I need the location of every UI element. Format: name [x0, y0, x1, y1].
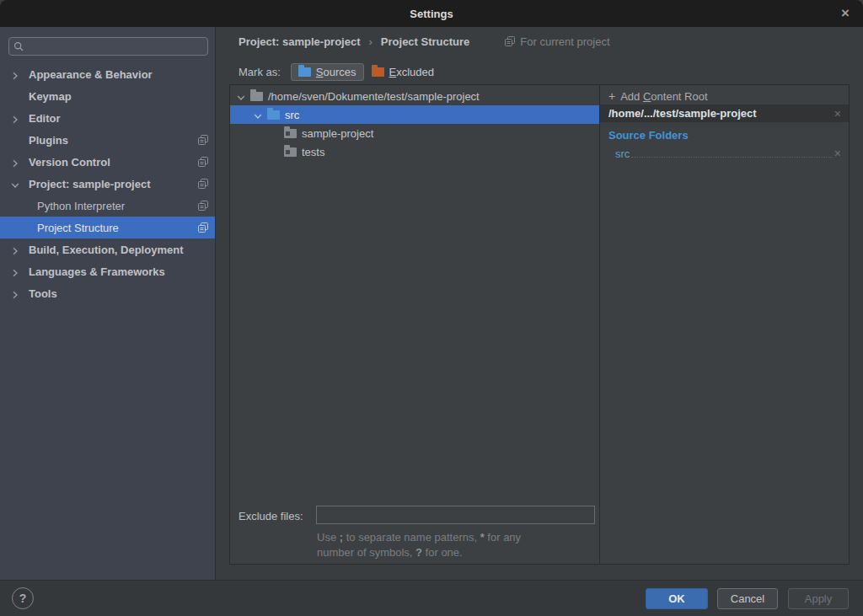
- remove-content-root-icon[interactable]: ×: [834, 107, 841, 121]
- folder-icon: [250, 92, 263, 101]
- settings-sidebar: Appearance & Behavior Keymap Editor Plug…: [0, 27, 216, 580]
- excluded-label: xcluded: [396, 66, 434, 78]
- settings-badge-icon: [198, 135, 208, 145]
- cancel-button[interactable]: Cancel: [717, 588, 778, 609]
- search-box[interactable]: [8, 37, 208, 56]
- tree-label: src: [285, 109, 299, 121]
- settings-dialog: Settings × Appearance & Behavior Keymap …: [0, 0, 863, 616]
- tree-row-tests[interactable]: tests: [230, 142, 599, 161]
- mark-as-label: Mark as:: [239, 66, 281, 78]
- tree-label: sample-project: [302, 127, 373, 140]
- titlebar: Settings ×: [0, 0, 863, 27]
- sidebar-item-label: Appearance & Behavior: [29, 68, 153, 81]
- folder-icon: [284, 129, 297, 138]
- exclude-files-label: Exclude files:: [239, 510, 303, 522]
- sidebar-item-label: Project: sample-project: [29, 178, 151, 190]
- excluded-folder-icon: [372, 67, 384, 77]
- add-root-mnemonic: C: [643, 90, 651, 103]
- sidebar-item-label: Python Interpreter: [37, 200, 125, 212]
- sidebar-item-appearance-behavior[interactable]: Appearance & Behavior: [0, 63, 215, 85]
- plus-icon: +: [608, 89, 615, 103]
- sidebar-item-label: Tools: [29, 287, 57, 300]
- sidebar-item-build-execution-deployment[interactable]: Build, Execution, Deployment: [0, 238, 215, 260]
- tree-row-sample-project[interactable]: sample-project: [230, 124, 599, 142]
- sidebar-item-python-interpreter[interactable]: Python Interpreter: [0, 195, 215, 217]
- hint-text: for one.: [422, 546, 463, 559]
- sidebar-item-label: Build, Execution, Deployment: [29, 244, 183, 256]
- sources-label: ources: [324, 66, 356, 78]
- hint-question: ?: [415, 546, 422, 559]
- excluded-mnemonic: E: [389, 66, 397, 78]
- breadcrumb-project-structure: Project Structure: [381, 35, 469, 48]
- settings-badge-icon: [198, 157, 208, 167]
- sidebar-item-label: Version Control: [29, 156, 110, 169]
- dialog-footer: ? OK Cancel Apply: [0, 580, 863, 616]
- dialog-title: Settings: [410, 8, 453, 20]
- exclude-pattern-hint: Use ; to separate name patterns, * for a…: [317, 530, 608, 560]
- sidebar-item-version-control[interactable]: Version Control: [0, 151, 215, 173]
- breadcrumb-separator-icon: ›: [369, 35, 373, 48]
- chevron-down-icon[interactable]: [254, 110, 262, 119]
- content-root-path: /home/.../test/sample-project: [608, 107, 757, 120]
- chevron-down-icon[interactable]: [237, 92, 245, 100]
- chevron-down-icon: [11, 179, 19, 188]
- chevron-right-icon: [11, 70, 19, 78]
- dotted-leader: [631, 157, 831, 158]
- hint-text: Use: [317, 531, 340, 544]
- content-root-entry[interactable]: /home/.../test/sample-project ×: [600, 104, 849, 122]
- project-structure-panel: /home/sven/Dokumente/test/sample-project…: [229, 84, 850, 565]
- sidebar-item-languages-frameworks[interactable]: Languages & Frameworks: [0, 260, 215, 282]
- add-content-root-button[interactable]: + Add Content Root: [600, 88, 849, 104]
- mark-sources-button[interactable]: Sources: [291, 63, 364, 81]
- hint-text: to separate name patterns,: [343, 531, 480, 544]
- sidebar-item-tools[interactable]: Tools: [0, 282, 215, 304]
- source-folder-entry[interactable]: src ×: [615, 145, 841, 160]
- sidebar-item-label: Project Structure: [37, 222, 119, 234]
- settings-badge-icon: [505, 36, 515, 46]
- hint-text: for any: [485, 531, 521, 544]
- search-input[interactable]: [24, 40, 207, 53]
- chevron-right-icon: [11, 289, 19, 297]
- add-root-label: ontent Root: [651, 90, 707, 103]
- chevron-right-icon: [11, 114, 19, 122]
- sidebar-item-project-structure[interactable]: Project Structure: [0, 217, 215, 238]
- chevron-right-icon: [11, 267, 19, 276]
- sources-folder-icon: [298, 67, 311, 77]
- sidebar-item-label: Editor: [29, 112, 61, 125]
- content-roots-tree: /home/sven/Dokumente/test/sample-project…: [230, 85, 600, 564]
- tree-label: tests: [302, 146, 324, 158]
- folder-icon: [284, 147, 297, 157]
- settings-badge-icon: [198, 222, 208, 233]
- settings-badge-icon: [198, 179, 208, 189]
- sidebar-item-project-sample-project[interactable]: Project: sample-project: [0, 173, 215, 195]
- search-icon: [13, 41, 24, 52]
- source-folder-name: src: [615, 147, 630, 160]
- sidebar-item-keymap[interactable]: Keymap: [0, 85, 215, 107]
- badge-label: For current project: [520, 35, 609, 48]
- sidebar-item-plugins[interactable]: Plugins: [0, 129, 215, 151]
- sidebar-item-label: Keymap: [29, 90, 72, 103]
- help-button[interactable]: ?: [12, 587, 34, 609]
- apply-button[interactable]: Apply: [788, 588, 849, 609]
- chevron-right-icon: [11, 245, 19, 254]
- for-current-project-badge: For current project: [505, 35, 609, 48]
- tree-label: /home/sven/Dokumente/test/sample-project: [268, 90, 480, 103]
- sidebar-item-label: Plugins: [29, 134, 68, 147]
- tree-row-src[interactable]: src: [230, 105, 599, 124]
- content-root-details: + Add Content Root /home/.../test/sample…: [600, 85, 849, 564]
- close-icon[interactable]: ×: [836, 4, 855, 23]
- tree-row-content-root[interactable]: /home/sven/Dokumente/test/sample-project: [230, 87, 599, 105]
- remove-source-folder-icon[interactable]: ×: [834, 147, 841, 160]
- breadcrumb-project[interactable]: Project: sample-project: [239, 35, 361, 48]
- chevron-right-icon: [11, 158, 19, 166]
- sources-mnemonic: S: [316, 66, 324, 78]
- breadcrumb: Project: sample-project › Project Struct…: [239, 34, 610, 49]
- ok-button[interactable]: OK: [646, 588, 708, 609]
- mark-excluded-button[interactable]: Excluded: [367, 64, 438, 80]
- settings-nav: Appearance & Behavior Keymap Editor Plug…: [0, 63, 215, 304]
- exclude-files-input[interactable]: [316, 506, 595, 524]
- add-root-label: Add: [620, 90, 643, 103]
- sidebar-item-label: Languages & Frameworks: [29, 265, 165, 278]
- sidebar-item-editor[interactable]: Editor: [0, 107, 215, 129]
- source-folders-heading: Source Folders: [608, 129, 689, 142]
